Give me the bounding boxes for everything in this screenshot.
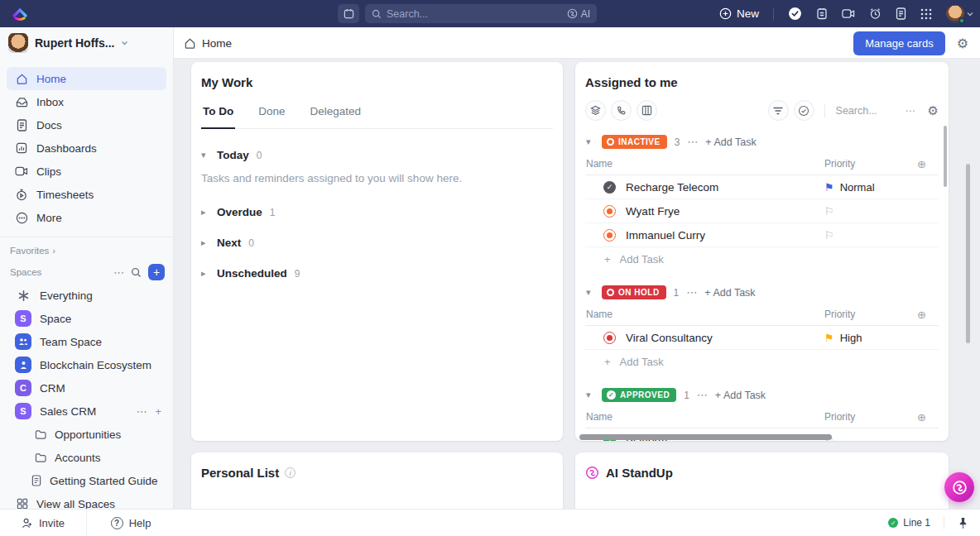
- assigned-search-input[interactable]: [836, 105, 901, 117]
- workspace-switcher[interactable]: Rupert Hoffs...: [0, 27, 174, 59]
- add-task-label: Add Task: [713, 287, 755, 299]
- tab-delegated[interactable]: Delegated: [309, 102, 363, 128]
- board-columns-icon[interactable]: [637, 100, 657, 121]
- status-badge[interactable]: ✓ APPROVED: [602, 388, 676, 402]
- group-more-icon[interactable]: [687, 136, 698, 148]
- status-ring-icon[interactable]: [603, 205, 616, 218]
- new-button[interactable]: New: [719, 7, 759, 20]
- add-task-button[interactable]: Add Task: [704, 287, 755, 299]
- plus-icon: [715, 390, 721, 401]
- task-row[interactable]: Wyatt Frye ⚐: [585, 199, 939, 223]
- manage-cards-button[interactable]: Manage cards: [853, 31, 944, 55]
- reminder-clock-icon[interactable]: [869, 7, 882, 20]
- user-menu[interactable]: [946, 5, 973, 23]
- spaces-search-icon[interactable]: [131, 267, 142, 278]
- add-space-button[interactable]: [148, 264, 165, 280]
- calendar-icon[interactable]: [338, 4, 359, 23]
- task-row[interactable]: ✓Recharge Telecom ⚑Normal: [585, 175, 939, 199]
- pin-icon[interactable]: [958, 517, 968, 529]
- add-column-icon[interactable]: [917, 158, 939, 170]
- sidebar-space-blockchain-ecosystem[interactable]: Blockchain Ecosystem: [7, 353, 166, 376]
- card-horizontal-scrollbar[interactable]: [579, 434, 832, 440]
- section-next[interactable]: Next 0: [201, 237, 553, 249]
- sidebar-item-clips[interactable]: Clips: [7, 160, 166, 183]
- docs-page-icon[interactable]: [896, 7, 906, 20]
- everything-icon: [15, 290, 31, 302]
- global-search[interactable]: AI: [365, 4, 597, 23]
- add-task-button[interactable]: Add Task: [715, 390, 766, 401]
- task-priority[interactable]: ⚐: [824, 230, 917, 241]
- sidebar-item-timesheets[interactable]: Timesheets: [7, 183, 166, 206]
- sidebar-space-crm[interactable]: C CRM: [7, 376, 166, 400]
- settings-gear-icon[interactable]: [957, 36, 968, 51]
- space-more-icon[interactable]: [136, 405, 147, 418]
- sidebar-space-space[interactable]: S Space: [7, 307, 166, 330]
- info-icon[interactable]: [285, 467, 295, 478]
- ai-chip[interactable]: AI: [567, 8, 590, 20]
- page-scrollbar[interactable]: [966, 164, 970, 343]
- card-settings-icon[interactable]: [928, 103, 939, 118]
- sidebar-space-sales-crm[interactable]: S Sales CRM: [7, 400, 166, 423]
- apps-grid-icon[interactable]: [920, 8, 932, 20]
- caret-down-icon[interactable]: [586, 288, 594, 297]
- sidebar-item-dashboards[interactable]: Dashboards: [7, 136, 166, 160]
- section-today[interactable]: Today 0: [201, 149, 553, 161]
- add-task-row[interactable]: Add Task: [585, 247, 939, 271]
- column-name: Name: [585, 158, 824, 170]
- group-by-status-icon[interactable]: [585, 100, 606, 121]
- sidebar-folder-opportunities[interactable]: Opportunities: [7, 423, 166, 446]
- favorites-toggle[interactable]: Favorites: [0, 237, 173, 257]
- status-badge[interactable]: ON HOLD: [602, 285, 666, 299]
- line-status[interactable]: ✓ Line 1: [888, 517, 930, 529]
- task-priority[interactable]: ⚑Normal: [824, 181, 917, 194]
- group-more-icon[interactable]: [686, 286, 697, 299]
- caret-down-icon[interactable]: [586, 137, 594, 146]
- space-add-icon[interactable]: [155, 405, 161, 418]
- filter-icon[interactable]: [768, 100, 789, 121]
- spaces-more-icon[interactable]: [113, 266, 124, 279]
- sidebar-folder-accounts[interactable]: Accounts: [7, 446, 166, 469]
- help-button[interactable]: Help: [88, 510, 174, 536]
- task-priority[interactable]: ⚐: [824, 206, 917, 217]
- caret-down-icon[interactable]: [586, 390, 594, 400]
- group-more-icon[interactable]: [697, 389, 708, 401]
- sidebar-item-inbox[interactable]: Inbox: [7, 90, 166, 113]
- sidebar-view-all-spaces[interactable]: View all Spaces: [7, 492, 166, 509]
- phone-icon[interactable]: [611, 100, 632, 121]
- task-priority[interactable]: ⚐: [824, 435, 917, 441]
- add-column-icon[interactable]: [917, 411, 939, 424]
- task-check-icon[interactable]: [788, 7, 802, 21]
- task-row[interactable]: Immanuel Curry ⚐: [585, 223, 939, 247]
- sidebar-item-home[interactable]: Home: [7, 67, 166, 90]
- task-priority[interactable]: ⚑High: [824, 332, 917, 344]
- invite-button[interactable]: Invite: [0, 510, 87, 536]
- sidebar-space-everything[interactable]: Everything: [7, 284, 166, 307]
- sidebar-space-team-space[interactable]: Team Space: [7, 330, 166, 353]
- sidebar-doc-getting-started[interactable]: Getting Started Guide: [7, 469, 166, 492]
- search-input[interactable]: [387, 8, 562, 20]
- section-unscheduled[interactable]: Unscheduled 9: [201, 267, 553, 280]
- notepad-icon[interactable]: [816, 7, 828, 20]
- ai-assistant-fab[interactable]: [944, 472, 974, 502]
- card-vertical-scrollbar[interactable]: [944, 126, 947, 187]
- breadcrumb[interactable]: Home: [184, 27, 232, 59]
- flag-icon: ⚑: [824, 333, 834, 343]
- search-options-icon[interactable]: [906, 105, 915, 117]
- section-overdue[interactable]: Overdue 1: [201, 206, 553, 218]
- sidebar-item-more[interactable]: More: [7, 206, 166, 229]
- status-ring-icon[interactable]: [603, 229, 616, 242]
- add-task-button[interactable]: Add Task: [705, 136, 756, 148]
- show-closed-icon[interactable]: [794, 100, 814, 121]
- tab-to-do[interactable]: To Do: [201, 102, 235, 129]
- status-ring-icon[interactable]: [603, 332, 616, 344]
- task-row[interactable]: Viral Consultancy ⚑High: [585, 326, 939, 350]
- assigned-search[interactable]: [835, 104, 916, 117]
- sidebar-item-docs[interactable]: Docs: [7, 113, 166, 136]
- clickup-logo-icon[interactable]: [12, 5, 28, 22]
- clips-record-icon[interactable]: [842, 8, 855, 19]
- status-done-icon[interactable]: ✓: [603, 181, 616, 194]
- add-column-icon[interactable]: [917, 309, 939, 321]
- status-badge[interactable]: INACTIVE: [602, 135, 667, 149]
- tab-done[interactable]: Done: [257, 102, 286, 128]
- add-task-row[interactable]: Add Task: [585, 350, 939, 374]
